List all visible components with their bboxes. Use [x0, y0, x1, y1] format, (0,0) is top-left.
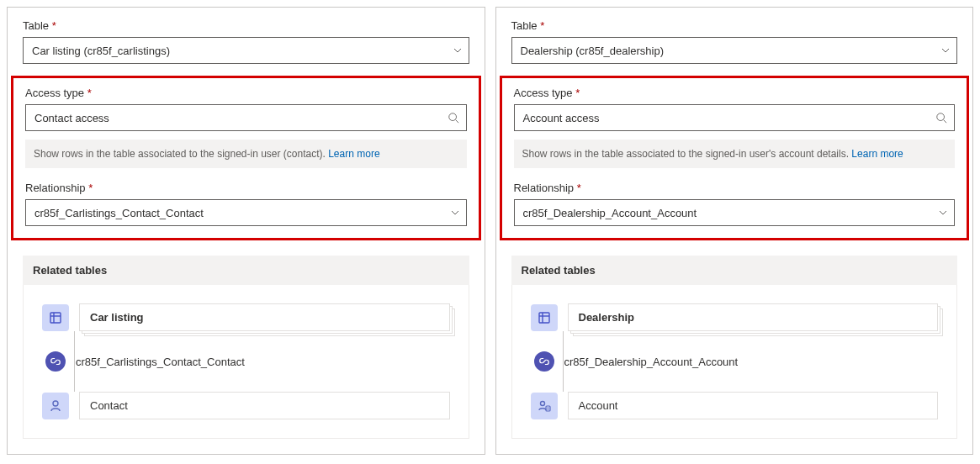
svg-point-5: [53, 401, 58, 406]
svg-line-7: [944, 120, 947, 124]
access-type-value: Account access: [523, 112, 600, 124]
search-icon: [935, 112, 947, 124]
left-panel: Table Car listing (cr85f_carlistings) Ac…: [7, 7, 485, 455]
access-type-select[interactable]: Contact access: [25, 104, 467, 131]
table-label: Table: [511, 19, 958, 32]
chevron-down-icon: [453, 46, 462, 55]
svg-rect-8: [539, 313, 549, 323]
access-type-select[interactable]: Account access: [514, 104, 956, 131]
related-tables-section: Related tables Dealership cr85f_Dealers: [511, 256, 958, 439]
relationship-icon: [45, 351, 66, 372]
table-select[interactable]: Car listing (cr85f_carlistings): [23, 37, 469, 64]
highlighted-section: Access type Contact access Show rows in …: [11, 76, 481, 240]
table-value: Car listing (cr85f_carlistings): [32, 45, 170, 57]
svg-rect-12: [546, 406, 550, 411]
table-icon: [531, 304, 558, 331]
right-panel: Table Dealership (cr85f_dealership) Acce…: [495, 7, 974, 455]
relationship-select[interactable]: cr85f_Carlistings_Contact_Contact: [25, 199, 467, 226]
related-link-row: cr85f_Carlistings_Contact_Contact: [42, 350, 450, 373]
svg-line-1: [455, 120, 458, 124]
highlighted-section: Access type Account access Show rows in …: [500, 76, 970, 240]
relationship-select[interactable]: cr85f_Dealership_Account_Account: [514, 199, 956, 226]
related-tables-body: Dealership cr85f_Dealership_Account_Acco…: [511, 285, 958, 439]
relationship-icon: [534, 351, 554, 372]
table-label: Table: [23, 19, 469, 32]
related-bottom-row: Contact: [42, 392, 450, 419]
related-tables-header: Related tables: [23, 256, 469, 285]
table-icon: [42, 304, 69, 331]
svg-point-11: [540, 401, 544, 405]
helper-text-row: Show rows in the table associated to the…: [25, 140, 467, 168]
learn-more-link[interactable]: Learn more: [851, 148, 903, 160]
related-top-row: Car listing: [42, 303, 450, 331]
related-tables-header: Related tables: [511, 256, 958, 285]
helper-text: Show rows in the table associated to the…: [522, 148, 852, 160]
related-bottom-row: Account: [531, 392, 939, 419]
related-top-row: Dealership: [531, 303, 939, 331]
related-top-card: Dealership: [568, 303, 939, 331]
chevron-down-icon: [941, 46, 950, 55]
relationship-value: cr85f_Dealership_Account_Account: [523, 207, 697, 219]
table-value: Dealership (cr85f_dealership): [521, 45, 665, 57]
chevron-down-icon: [451, 208, 459, 217]
svg-point-6: [937, 113, 945, 121]
learn-more-link[interactable]: Learn more: [328, 148, 379, 160]
access-type-label: Access type: [514, 87, 956, 99]
access-type-value: Contact access: [34, 112, 109, 124]
relationship-label: Relationship: [514, 182, 956, 194]
table-select[interactable]: Dealership (cr85f_dealership): [511, 37, 958, 64]
related-bottom-card: Contact: [79, 392, 450, 419]
helper-text: Show rows in the table associated to the…: [34, 148, 328, 160]
helper-text-row: Show rows in the table associated to the…: [514, 140, 956, 168]
related-bottom-card: Account: [568, 392, 939, 419]
svg-point-0: [448, 113, 456, 121]
relationship-value: cr85f_Carlistings_Contact_Contact: [34, 207, 204, 219]
contact-icon: [42, 393, 69, 419]
related-top-card: Car listing: [79, 303, 450, 331]
related-link-row: cr85f_Dealership_Account_Account: [531, 350, 939, 373]
account-icon: [531, 393, 558, 419]
related-link-text: cr85f_Carlistings_Contact_Contact: [76, 356, 245, 368]
access-type-label: Access type: [25, 87, 467, 99]
relationship-label: Relationship: [25, 182, 467, 194]
svg-rect-2: [50, 313, 61, 323]
related-tables-section: Related tables Car listing cr85f_Carlis: [23, 256, 469, 439]
related-link-text: cr85f_Dealership_Account_Account: [564, 356, 739, 368]
chevron-down-icon: [939, 208, 947, 217]
search-icon: [448, 112, 459, 124]
related-tables-body: Car listing cr85f_Carlistings_Contact_Co…: [23, 285, 469, 439]
